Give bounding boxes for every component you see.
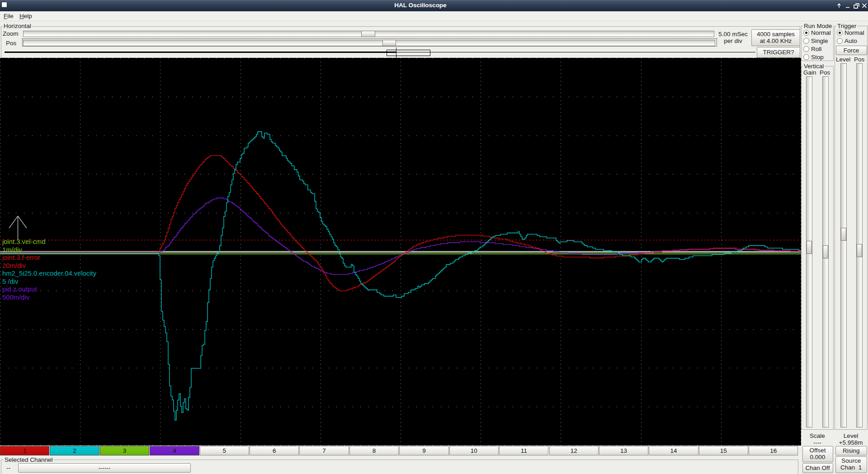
svg-text:joint.3.vel-cmd: joint.3.vel-cmd [2, 238, 45, 245]
svg-text:1m/div: 1m/div [2, 246, 22, 253]
svg-text:pid.z.output: pid.z.output [2, 286, 37, 293]
svg-text:hm2_5i25.0.encoder.04.velocity: hm2_5i25.0.encoder.04.velocity [2, 270, 97, 277]
svg-text:joint.3.f-error: joint.3.f-error [2, 254, 40, 261]
svg-text:500m/div: 500m/div [2, 294, 30, 301]
svg-text:5 /div: 5 /div [2, 278, 19, 285]
svg-text:20m/div: 20m/div [2, 262, 26, 269]
